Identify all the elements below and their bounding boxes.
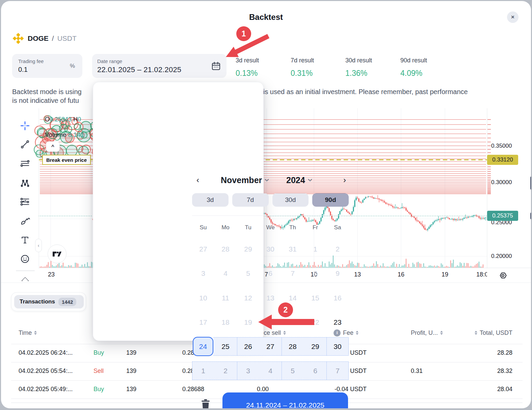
calendar-day[interactable]: 15 (304, 289, 326, 307)
calendar-day[interactable]: 4 (259, 362, 282, 380)
calendar-day[interactable]: 2 (214, 362, 237, 380)
calendar-day[interactable]: 12 (237, 289, 259, 307)
pane-collapse-button[interactable]: ^ (46, 141, 60, 152)
quick-range-90d[interactable]: 90d (312, 193, 349, 207)
quick-range-group: 3d7d30d90d (192, 193, 349, 207)
trash-icon[interactable] (201, 399, 211, 408)
calendar-day[interactable]: 27 (259, 338, 282, 356)
result-label: 90d result (400, 57, 451, 64)
calendar-day[interactable]: 28 (282, 338, 304, 356)
calendar-day[interactable]: 10 (192, 289, 214, 307)
col-header-label: Time (19, 328, 32, 338)
calendar-day[interactable]: 27 (192, 240, 214, 258)
result-value: 4.09% (400, 69, 451, 78)
weekday-label: Fr (304, 224, 326, 231)
time-axis-label: 13 (354, 271, 368, 278)
cell-price-buy: 0.28688 (182, 386, 204, 393)
weekday-label: Sa (326, 224, 349, 231)
quick-range-7d[interactable]: 7d (232, 193, 269, 207)
time-axis-label: 18:0 (476, 271, 487, 278)
col-header-profit[interactable]: Profit, U... (411, 328, 443, 338)
calendar-day[interactable]: 1 (304, 240, 326, 258)
cell-quantity: 139 (126, 386, 136, 393)
calendar-day[interactable]: 13 (259, 289, 282, 307)
cell-profit: 0.31 (389, 368, 423, 375)
transactions-tab-label: Transactions (20, 298, 55, 305)
calendar-day[interactable]: 6 (304, 362, 326, 380)
binance-logo-icon (12, 32, 24, 45)
date-range-label: Date range (97, 58, 222, 64)
year-select[interactable]: 2024 (286, 175, 312, 185)
calendar-icon[interactable] (211, 61, 221, 71)
calendar-day[interactable]: 29 (237, 240, 259, 258)
calendar-day[interactable]: 7 (282, 264, 304, 283)
calendar-day[interactable]: 11 (214, 289, 237, 307)
weekday-label: Mo (214, 224, 237, 231)
calendar-day[interactable]: 5 (237, 264, 259, 283)
settings-gear-icon[interactable] (498, 271, 508, 280)
calendar-day[interactable]: 23 (326, 313, 349, 331)
weekday-label: We (259, 224, 282, 231)
calendar-day[interactable]: 28 (214, 240, 237, 258)
scrollbar-thumb[interactable] (530, 212, 531, 219)
col-header-label: Total, USDT (480, 328, 512, 338)
date-range-field[interactable]: Date range 22.01.2025 – 21.02.2025 (92, 54, 227, 78)
calendar-day[interactable]: 2 (326, 240, 349, 258)
calendar-day[interactable]: 3 (237, 362, 259, 380)
calendar-day[interactable]: 29 (304, 338, 326, 356)
price-axis-label: 0.20000 (491, 253, 512, 260)
date-range-value: 22.01.2025 – 21.02.2025 (97, 65, 222, 74)
calendar-day[interactable]: 16 (326, 289, 349, 307)
sort-icon[interactable] (475, 331, 477, 335)
calendar-day[interactable]: 30 (259, 240, 282, 258)
col-header-total[interactable]: Total, USDT (469, 328, 512, 338)
volume-readout: Volume 8.141 (45, 131, 84, 139)
next-month-button[interactable]: › (340, 175, 349, 185)
tab-transactions[interactable]: Transactions 1442 (14, 295, 84, 309)
calendar-divider (192, 215, 349, 216)
break-even-price-badge: 0.33120 (487, 155, 518, 165)
result-7d: 7d result 0.31% (291, 57, 341, 78)
calendar-day[interactable]: 17 (192, 313, 214, 331)
calendar-day[interactable]: 6 (259, 264, 282, 283)
calendar-day[interactable]: 25 (214, 338, 237, 356)
col-header-time[interactable]: Time (19, 328, 37, 338)
calendar-day[interactable]: 9 (326, 264, 349, 283)
pair-base: DOGE (28, 34, 49, 42)
calendar-day[interactable]: 1 (192, 362, 214, 380)
sort-icon[interactable] (34, 331, 37, 335)
toolbar-collapse-handle[interactable]: ‹ (35, 239, 42, 252)
calendar-day[interactable]: 3 (192, 264, 214, 283)
calendar-day-selected[interactable]: 24 (193, 337, 213, 356)
ohlc-open-value: 0.25343 (50, 116, 72, 123)
quick-range-3d[interactable]: 3d (192, 193, 229, 207)
calendar-day[interactable]: 26 (237, 338, 259, 356)
apply-date-range-button[interactable]: 24.11.2024 – 21.02.2025 (222, 392, 348, 408)
disclaimer-line2-left: is not indicative of futu (12, 97, 79, 105)
calendar-day[interactable]: 30 (326, 338, 349, 356)
transactions-tab-card: Transactions 1442 (11, 292, 86, 311)
scrollbar-thumb[interactable] (530, 176, 531, 190)
trading-fee-field[interactable]: Trading fee 0.1 % (12, 54, 82, 78)
tradingview-logo[interactable] (48, 244, 66, 263)
sort-icon[interactable] (356, 331, 358, 335)
trading-fee-label: Trading fee (18, 58, 76, 64)
calendar-day[interactable]: 5 (282, 362, 304, 380)
result-label: 30d result (345, 57, 396, 64)
close-button[interactable]: × (507, 11, 518, 23)
weekday-label: Th (282, 224, 304, 231)
cell-price-sell: 0.00 (257, 386, 269, 393)
sort-icon[interactable] (440, 331, 443, 335)
month-select[interactable]: November (221, 175, 268, 185)
result-value: 0.13% (236, 69, 286, 78)
calendar-day[interactable]: 7 (326, 362, 349, 380)
calendar-day[interactable]: 8 (304, 264, 326, 283)
year-select-value: 2024 (286, 175, 305, 185)
quick-range-30d[interactable]: 30d (272, 193, 309, 207)
calendar-day[interactable]: 18 (214, 313, 237, 331)
trading-fee-value[interactable]: 0.1 (18, 66, 76, 74)
calendar-day[interactable]: 4 (214, 264, 237, 283)
close-icon: × (511, 14, 514, 21)
calendar-day[interactable]: 31 (282, 240, 304, 258)
prev-month-button[interactable]: ‹ (193, 175, 202, 185)
